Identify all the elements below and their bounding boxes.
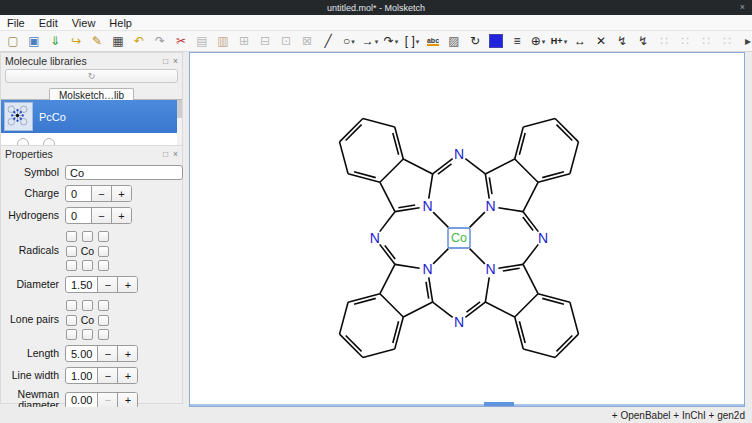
bond[interactable]	[433, 159, 453, 174]
library-item-pcco[interactable]: PcCo	[1, 100, 182, 133]
bond[interactable]	[380, 244, 395, 264]
atom-label-n[interactable]: N	[538, 230, 548, 246]
rotate-tool-button[interactable]: ↻	[467, 32, 483, 50]
dropdown-caret-icon[interactable]: ▾	[351, 38, 355, 45]
hydrogens-minus-button[interactable]: −	[91, 208, 111, 223]
bond[interactable]	[523, 212, 538, 232]
bond[interactable]	[429, 174, 433, 199]
charge-plus-button[interactable]: +	[111, 186, 131, 201]
bond[interactable]	[363, 349, 395, 358]
bond[interactable]	[380, 294, 403, 317]
bond[interactable]	[515, 159, 538, 182]
bond[interactable]	[470, 249, 485, 264]
lone-pairs-checkbox[interactable]	[82, 300, 93, 311]
dropdown-caret-icon[interactable]: ▾	[564, 38, 568, 45]
radicals-checkbox[interactable]	[66, 231, 77, 242]
newman-diameter-plus-button[interactable]: +	[117, 393, 137, 408]
close-panel-icon[interactable]: ×	[173, 149, 178, 159]
save-file-button[interactable]: ⇓	[47, 32, 63, 50]
bond[interactable]	[465, 159, 485, 174]
hydrogens-plus-button[interactable]: +	[111, 208, 131, 223]
radicals-checkbox[interactable]	[66, 260, 77, 271]
mechanism-arrow-tool-button[interactable]: ↯	[614, 32, 630, 50]
bond[interactable]	[403, 302, 432, 317]
library-scrollbar-thumb[interactable]	[177, 100, 182, 118]
menu-view[interactable]: View	[65, 17, 103, 29]
redo-button[interactable]: ↷	[152, 32, 168, 50]
bond[interactable]	[489, 177, 492, 194]
bond[interactable]	[485, 302, 514, 317]
ring-tool-button[interactable]: ○▾	[341, 32, 357, 50]
radicals-checkbox[interactable]	[82, 231, 93, 242]
lone-pairs-checkbox[interactable]	[98, 329, 109, 340]
bond[interactable]	[523, 349, 555, 358]
lone-pairs-checkbox[interactable]	[98, 300, 109, 311]
cut-button[interactable]: ✂	[173, 32, 189, 50]
dropdown-caret-icon[interactable]: ▾	[416, 38, 420, 45]
undo-button[interactable]: ↶	[131, 32, 147, 50]
atom-label-n[interactable]: N	[485, 261, 495, 277]
length-minus-button[interactable]: −	[97, 346, 117, 361]
bond[interactable]	[395, 264, 420, 268]
bond[interactable]	[340, 302, 349, 334]
bond[interactable]	[340, 119, 363, 142]
dropdown-caret-icon[interactable]: ▾	[395, 38, 399, 45]
save-as-file-button[interactable]: ↪	[68, 32, 84, 50]
bond[interactable]	[555, 119, 578, 142]
radicals-checkbox[interactable]	[98, 246, 109, 257]
text-tool-button[interactable]: abc	[425, 32, 441, 50]
charge-minus-button[interactable]: −	[91, 186, 111, 201]
bond[interactable]	[523, 264, 538, 293]
bond[interactable]	[523, 119, 555, 128]
bond[interactable]	[433, 212, 448, 227]
radicals-checkbox[interactable]	[82, 260, 93, 271]
charge-tool-button[interactable]: ⊕▾	[530, 32, 546, 50]
bond[interactable]	[363, 119, 395, 128]
bond[interactable]	[523, 182, 538, 211]
bond[interactable]	[380, 182, 395, 211]
diameter-minus-button[interactable]: −	[97, 277, 117, 292]
atom-label-n[interactable]: N	[370, 230, 380, 246]
drawing-canvas[interactable]: CoNNNNNNNN	[189, 52, 745, 407]
library-scrollbar[interactable]	[177, 100, 182, 146]
newman-diameter-value[interactable]: 0.00	[66, 393, 97, 408]
hydrogens-value[interactable]: 0	[66, 208, 91, 223]
bond[interactable]	[465, 302, 485, 317]
arrow-tool-button[interactable]: →▾	[362, 32, 378, 50]
export-file-button[interactable]: ✎	[89, 32, 105, 50]
radicals-checkbox[interactable]	[98, 260, 109, 271]
bond[interactable]	[485, 159, 514, 174]
diameter-value[interactable]: 1.50	[66, 277, 97, 292]
bond[interactable]	[523, 244, 538, 264]
bond[interactable]	[380, 159, 403, 182]
menu-file[interactable]: File	[0, 17, 32, 29]
atom-label-n[interactable]: N	[454, 146, 464, 162]
close-panel-icon[interactable]: ×	[173, 56, 178, 66]
atom-label-n[interactable]: N	[422, 261, 432, 277]
lone-pairs-checkbox[interactable]	[98, 315, 109, 326]
bond[interactable]	[485, 277, 489, 302]
line-width-value[interactable]: 1.00	[66, 368, 97, 383]
lone-pairs-checkbox[interactable]	[66, 329, 77, 340]
print-file-button[interactable]: ▦	[110, 32, 126, 50]
atom-label-n[interactable]: N	[485, 198, 495, 214]
bond[interactable]	[380, 212, 395, 232]
radicals-checkbox[interactable]	[66, 246, 77, 257]
float-panel-icon[interactable]: □	[163, 56, 168, 66]
atom-label-co[interactable]: Co	[451, 231, 467, 245]
bond[interactable]	[403, 159, 432, 174]
bond[interactable]	[503, 268, 520, 271]
bond[interactable]	[426, 282, 429, 299]
menu-edit[interactable]: Edit	[32, 17, 65, 29]
hydrogen-tool-button[interactable]: H+▾	[551, 32, 567, 50]
length-plus-button[interactable]: +	[117, 346, 137, 361]
bond[interactable]	[470, 212, 485, 227]
refresh-libraries-button[interactable]: ↻	[5, 69, 178, 83]
open-file-button[interactable]: ▣	[26, 32, 42, 50]
length-value[interactable]: 5.00	[66, 346, 97, 361]
atom-label-n[interactable]: N	[454, 314, 464, 330]
bond[interactable]	[340, 142, 349, 174]
lone-pairs-checkbox[interactable]	[82, 329, 93, 340]
bond[interactable]	[515, 294, 538, 317]
draw-tool-button[interactable]: ╱	[320, 32, 336, 50]
